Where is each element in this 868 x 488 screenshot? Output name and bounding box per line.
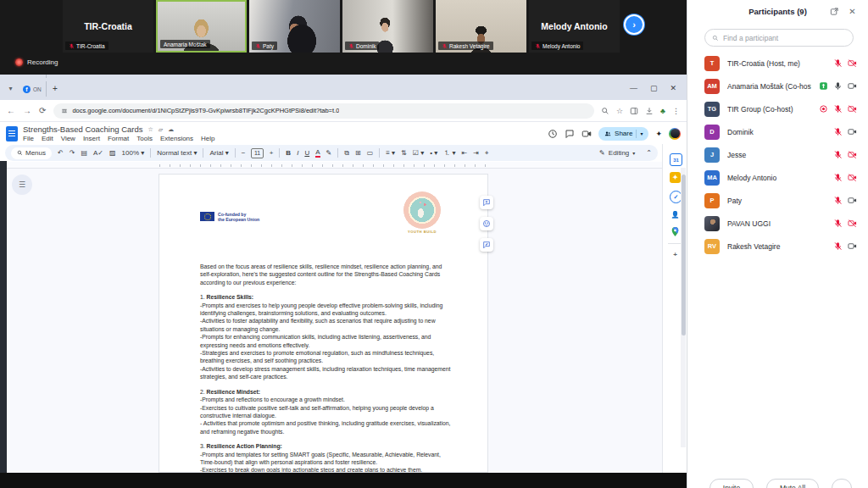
font-select[interactable]: Arial ▾ [209,149,228,157]
participant-row[interactable]: MAMelody Antonio [687,166,868,189]
mute-all-button[interactable]: Mute All [766,479,819,488]
document-outline-button[interactable]: ☰ [12,175,32,195]
reload-button[interactable]: ⟳ [39,106,46,115]
participant-row[interactable]: TGTIR Group (Co-host) [687,97,868,120]
document-page[interactable]: Co-funded by the European Union YOUTH BU… [159,174,488,473]
close-panel-icon[interactable]: ✕ [848,7,857,16]
tab-search-chevron-icon[interactable]: ▾ [4,82,17,95]
bookmark-star-icon[interactable]: ☆ [616,107,623,115]
calendar-icon[interactable]: 31 [670,153,682,166]
new-tab-button[interactable]: + [48,81,62,95]
line-spacing-button[interactable]: ⇅ [401,149,407,157]
video-tile[interactable]: Anamaria Moštak [156,0,247,53]
font-size-input[interactable]: 11 [251,148,263,158]
zoom-select[interactable]: 100% ▾ [122,149,145,157]
participant-row[interactable]: RVRakesh Vetagire [687,235,868,258]
docs-scrollbar[interactable] [681,168,686,447]
close-button[interactable]: ✕ [670,84,676,92]
add-comment-button[interactable] [480,196,493,209]
pop-out-icon[interactable] [830,7,839,16]
site-info-icon[interactable] [61,108,68,114]
video-tile[interactable]: Melody AntonioMelody Antonio [529,0,620,53]
invite-button[interactable]: Invite [709,479,754,488]
participant-row[interactable]: AMAnamaria Moštak (Co-host) [687,75,868,97]
menu-file[interactable]: File [23,135,34,142]
menu-help[interactable]: Help [201,135,214,142]
insert-comment-button[interactable]: ▭ [367,149,374,157]
address-bar[interactable]: docs.google.com/document/d/1NiCpStZPjis9… [53,103,594,119]
underline-button[interactable]: U [304,149,309,157]
add-emoji-reaction-button[interactable] [480,217,493,230]
side-panel-icon[interactable] [630,107,638,115]
font-size-decrease[interactable]: − [242,149,246,157]
version-history-icon[interactable] [548,129,558,139]
print-button[interactable]: ▤ [81,149,87,157]
gemini-icon[interactable]: ✦ [655,130,662,138]
clear-format-button[interactable]: ⌖ [485,149,489,158]
editing-mode-select[interactable]: ✎ Editing ▾ [599,149,635,157]
align-button[interactable]: ≡ ▾ [386,149,395,157]
next-page-videos-button[interactable]: › [624,14,644,35]
participant-row[interactable]: JJesse [687,143,868,166]
minimize-button[interactable]: — [630,84,637,92]
video-tile[interactable]: TIR-CroatiaTIR-Croatia [63,0,153,53]
numbered-list-button[interactable]: ⒈ ▾ [443,148,455,158]
star-document-icon[interactable]: ☆ [148,126,153,133]
move-folder-icon[interactable]: ▱ [159,126,163,133]
browser-tab[interactable]: fON [19,81,47,97]
suggest-edits-button[interactable] [480,238,493,252]
menu-insert[interactable]: Insert [83,135,100,142]
download-icon[interactable] [645,107,654,115]
paragraph-style-select[interactable]: Normal text ▾ [157,149,197,157]
zoom-page-icon[interactable] [601,107,609,115]
spell-check-button[interactable]: A✓ [93,149,103,157]
bullet-list-button[interactable]: • ▾ [430,149,437,157]
menus-search-button[interactable]: Menus [11,147,52,159]
document-title[interactable]: Strengths-Based Coaching Cards [23,125,143,134]
participant-row[interactable]: DDominik [687,120,868,143]
indent-increase-button[interactable]: ⇥ [473,149,479,157]
video-tile[interactable]: Paty [249,0,340,53]
undo-button[interactable]: ↶ [58,149,64,157]
menu-format[interactable]: Format [108,135,129,142]
present-to-meet-icon[interactable] [581,129,592,139]
more-options-button[interactable]: ⋯ [832,479,852,488]
menu-tools[interactable]: Tools [136,135,153,142]
checklist-button[interactable]: ☑ ▾ [413,149,424,157]
scrollbar-thumb[interactable] [682,175,686,336]
video-tile[interactable]: Dominik [342,0,433,53]
keep-icon[interactable]: ✦ [670,172,681,183]
menu-edit[interactable]: Edit [42,135,53,142]
video-tile[interactable]: Rakesh Vetagire [436,0,526,53]
collapse-toolbar-button[interactable]: ⌃ [646,149,652,157]
redo-button[interactable]: ↷ [70,149,75,157]
menu-view[interactable]: View [61,135,75,142]
font-size-increase[interactable]: + [270,149,274,157]
share-dropdown-icon[interactable]: ▾ [640,130,643,136]
insert-image-button[interactable]: ⊞ [355,149,361,157]
highlight-button[interactable]: ✎ [326,149,332,157]
text-color-button[interactable]: A [315,148,320,158]
indent-decrease-button[interactable]: ⇤ [462,149,468,157]
paint-format-button[interactable]: ▨ [109,149,116,157]
browser-menu-icon[interactable]: ⋮ [672,107,680,115]
account-avatar[interactable] [669,128,681,140]
participant-row[interactable]: PAVAN UGGI [687,212,868,235]
participant-row[interactable]: PPaty [687,189,868,212]
menu-extensions[interactable]: Extensions [160,135,193,142]
participant-search-input[interactable]: Find a participant [704,29,854,47]
maximize-button[interactable]: ▢ [650,84,658,92]
document-text[interactable]: Based on the focus areas of resilience s… [200,263,451,473]
bold-button[interactable]: B [286,149,291,157]
google-docs-icon[interactable] [6,126,18,141]
forward-button[interactable]: → [23,106,31,115]
participant-row[interactable]: TTIR-Croatia (Host, me) [687,52,868,75]
back-button[interactable]: ← [7,106,15,115]
comments-icon[interactable] [565,129,575,139]
contacts-icon[interactable]: 👤 [670,209,681,220]
italic-button[interactable]: I [297,149,298,157]
maps-icon[interactable] [670,226,681,237]
insert-link-button[interactable]: ⧉ [344,149,349,158]
cloud-status-icon[interactable]: ☁ [168,126,174,133]
add-addon-icon[interactable]: + [670,249,681,260]
